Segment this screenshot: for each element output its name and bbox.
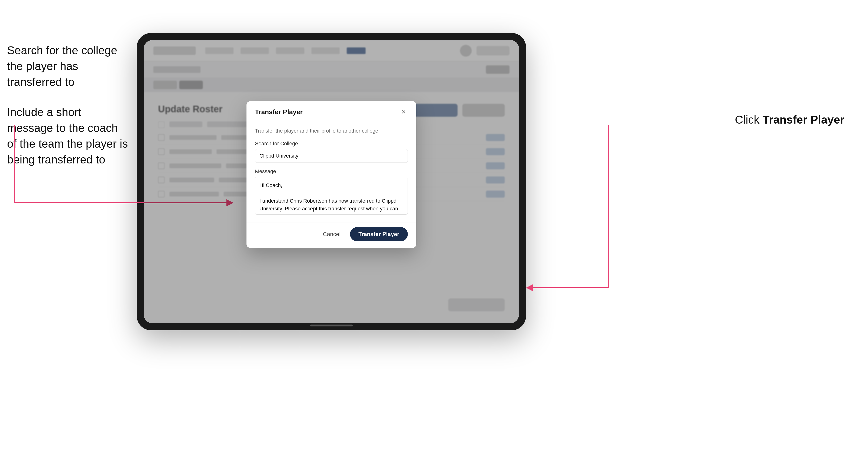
home-indicator <box>310 324 352 326</box>
annotation-transfer-label: Transfer Player <box>763 114 844 126</box>
modal-header: Transfer Player ✕ <box>247 101 416 121</box>
tablet-device: Update Roster <box>137 33 526 330</box>
annotation-message-text: Include a short message to the coach of … <box>7 104 130 168</box>
annotation-left: Search for the college the player has tr… <box>7 42 130 182</box>
cancel-button[interactable]: Cancel <box>318 228 345 240</box>
tablet-screen: Update Roster <box>144 40 519 323</box>
transfer-player-modal: Transfer Player ✕ Transfer the player an… <box>247 101 416 248</box>
modal-body: Transfer the player and their profile to… <box>247 121 416 222</box>
search-college-label: Search for College <box>255 141 408 147</box>
annotation-search-text: Search for the college the player has tr… <box>7 42 130 90</box>
modal-description: Transfer the player and their profile to… <box>255 128 408 134</box>
message-textarea[interactable]: Hi Coach, I understand Chris Robertson h… <box>255 177 408 215</box>
transfer-player-button[interactable]: Transfer Player <box>350 227 408 241</box>
modal-footer: Cancel Transfer Player <box>247 222 416 248</box>
modal-title: Transfer Player <box>255 108 303 116</box>
modal-close-button[interactable]: ✕ <box>399 108 408 116</box>
svg-marker-6 <box>526 284 533 291</box>
modal-overlay: Transfer Player ✕ Transfer the player an… <box>144 40 519 323</box>
search-college-input[interactable] <box>255 149 408 163</box>
message-label: Message <box>255 168 408 175</box>
annotation-right: Click Transfer Player <box>735 113 844 126</box>
